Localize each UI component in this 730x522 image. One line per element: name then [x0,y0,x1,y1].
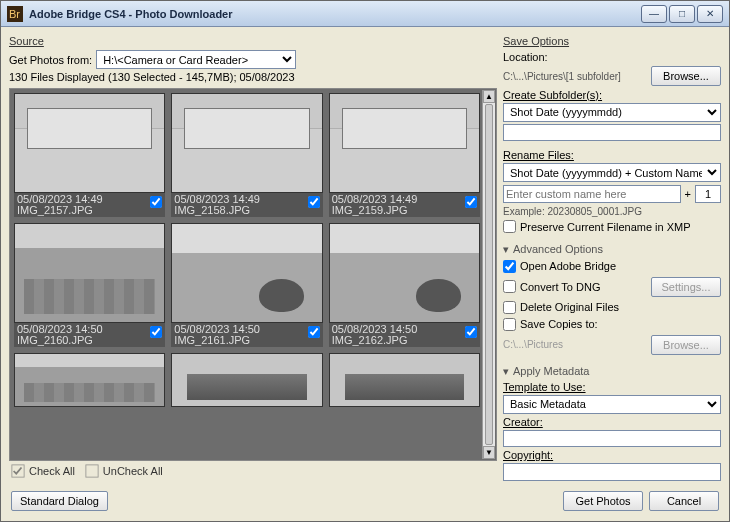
copyright-input[interactable] [503,463,721,481]
thumbnail-meta: 05/08/2023 14:50IMG_2160.JPG [14,323,165,347]
maximize-button[interactable]: □ [669,5,695,23]
chevron-down-icon: ▾ [503,365,509,378]
thumbnail-image [329,93,480,193]
uncheck-all-link[interactable]: UnCheck All [85,464,163,478]
open-bridge-checkbox[interactable] [503,260,516,273]
convert-dng-row[interactable]: Convert To DNG [503,280,647,293]
svg-rect-3 [86,465,98,477]
thumbnail-image [171,223,322,323]
thumbnail-filename: IMG_2159.JPG [332,205,477,216]
sequence-start-input[interactable] [695,185,721,203]
scroll-up-arrow[interactable]: ▲ [483,90,495,103]
metadata-template-select[interactable]: Basic Metadata [503,395,721,414]
dialog-footer: Standard Dialog Get Photos Cancel [1,485,729,521]
scroll-down-arrow[interactable]: ▼ [483,446,495,459]
titlebar: Br Adobe Bridge CS4 - Photo Downloader —… [1,1,729,27]
thumbnail-filename: IMG_2160.JPG [17,335,162,346]
rename-example: Example: 20230805_0001.JPG [503,206,721,217]
save-options-heading: Save Options [503,35,721,47]
thumbnail-item[interactable] [171,353,322,407]
thumbnail-item[interactable]: 05/08/2023 14:49IMG_2159.JPG [329,93,480,217]
thumbnail-meta: 05/08/2023 14:50IMG_2162.JPG [329,323,480,347]
create-subfolder-label: Create Subfolder(s): [503,89,721,101]
browse-copies-button: Browse... [651,335,721,355]
custom-name-input[interactable] [503,185,681,203]
minimize-button[interactable]: — [641,5,667,23]
thumbnail-meta: 05/08/2023 14:49IMG_2157.JPG [14,193,165,217]
thumbnail-item[interactable] [14,353,165,407]
check-all-icon [11,464,25,478]
thumbnail-item[interactable] [329,353,480,407]
grid-footer: Check All UnCheck All [9,461,497,481]
browse-location-button[interactable]: Browse... [651,66,721,86]
thumbnail-image [171,93,322,193]
delete-originals-checkbox[interactable] [503,301,516,314]
delete-originals-row[interactable]: Delete Original Files [503,301,721,314]
app-icon: Br [7,6,23,22]
thumbnail-item[interactable]: 05/08/2023 14:49IMG_2158.JPG [171,93,322,217]
thumbnail-meta: 05/08/2023 14:50IMG_2161.JPG [171,323,322,347]
svg-text:Br: Br [9,8,20,20]
thumbnail-filename: IMG_2162.JPG [332,335,477,346]
copyright-label: Copyright: [503,449,721,461]
thumbnail-meta: 05/08/2023 14:49IMG_2158.JPG [171,193,322,217]
thumbnail-item[interactable]: 05/08/2023 14:49IMG_2157.JPG [14,93,165,217]
location-label: Location: [503,51,721,63]
thumbnail-checkbox[interactable] [308,326,320,338]
options-panel: Save Options Location: C:\...\Pictures\[… [503,33,721,481]
chevron-down-icon: ▾ [503,243,509,256]
apply-metadata-heading[interactable]: ▾ Apply Metadata [503,365,721,378]
thumbnail-checkbox[interactable] [308,196,320,208]
scroll-thumb[interactable] [485,104,493,445]
thumbnail-filename: IMG_2158.JPG [174,205,319,216]
rename-select[interactable]: Shot Date (yyyymmdd) + Custom Name [503,163,721,182]
creator-input[interactable] [503,430,721,448]
thumbnail-image [329,353,480,407]
thumbnail-grid-container: 05/08/2023 14:49IMG_2157.JPG05/08/2023 1… [9,88,497,461]
subfolder-select[interactable]: Shot Date (yyyymmdd) [503,103,721,122]
save-copies-checkbox[interactable] [503,318,516,331]
thumbnail-filename: IMG_2161.JPG [174,335,319,346]
app-window: Br Adobe Bridge CS4 - Photo Downloader —… [0,0,730,522]
open-bridge-row[interactable]: Open Adobe Bridge [503,260,721,273]
window-controls: — □ ✕ [641,5,723,23]
thumbnail-item[interactable]: 05/08/2023 14:50IMG_2160.JPG [14,223,165,347]
thumbnail-checkbox[interactable] [150,196,162,208]
copies-path: C:\...\Pictures [503,339,647,350]
thumbnail-item[interactable]: 05/08/2023 14:50IMG_2161.JPG [171,223,322,347]
rename-files-label: Rename Files: [503,149,721,161]
save-copies-row[interactable]: Save Copies to: [503,318,721,331]
files-status: 130 Files Displayed (130 Selected - 145,… [9,71,295,83]
dng-settings-button: Settings... [651,277,721,297]
preserve-xmp-checkbox[interactable] [503,220,516,233]
thumbnail-image [171,353,322,407]
location-path: C:\...\Pictures\[1 subfolder] [503,71,647,82]
preserve-xmp-row[interactable]: Preserve Current Filename in XMP [503,220,721,233]
close-button[interactable]: ✕ [697,5,723,23]
source-panel: Source Get Photos from: H:\<Camera or Ca… [9,33,497,481]
convert-dng-checkbox[interactable] [503,280,516,293]
standard-dialog-button[interactable]: Standard Dialog [11,491,108,511]
device-select[interactable]: H:\<Camera or Card Reader> [96,50,296,69]
template-label: Template to Use: [503,381,721,393]
check-all-link[interactable]: Check All [11,464,75,478]
thumbnail-image [14,353,165,407]
get-photos-from-label: Get Photos from: [9,54,92,66]
thumbnail-grid: 05/08/2023 14:49IMG_2157.JPG05/08/2023 1… [14,93,480,407]
thumbnail-checkbox[interactable] [465,326,477,338]
thumbnail-image [14,93,165,193]
thumbnail-image [14,223,165,323]
creator-label: Creator: [503,416,721,428]
window-title: Adobe Bridge CS4 - Photo Downloader [29,8,641,20]
thumbnail-item[interactable]: 05/08/2023 14:50IMG_2162.JPG [329,223,480,347]
thumbnail-checkbox[interactable] [465,196,477,208]
thumbnail-filename: IMG_2157.JPG [17,205,162,216]
thumbnail-checkbox[interactable] [150,326,162,338]
advanced-options-heading[interactable]: ▾ Advanced Options [503,243,721,256]
subfolder-custom-input[interactable] [503,124,721,142]
grid-scrollbar[interactable]: ▲ ▼ [482,90,495,459]
get-photos-button[interactable]: Get Photos [563,491,643,511]
thumbnail-meta: 05/08/2023 14:49IMG_2159.JPG [329,193,480,217]
uncheck-all-icon [85,464,99,478]
cancel-button[interactable]: Cancel [649,491,719,511]
